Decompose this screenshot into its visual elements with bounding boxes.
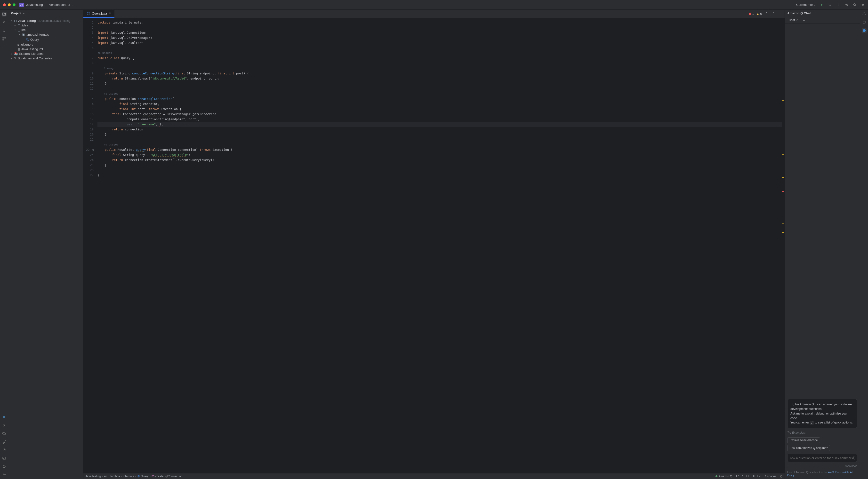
chat-input[interactable] (790, 456, 851, 460)
slash-key: / (810, 421, 814, 424)
database-tool-icon[interactable] (862, 20, 867, 25)
tab-filename: Query.java (92, 12, 107, 15)
svg-point-0 (829, 4, 831, 6)
svg-point-23 (863, 21, 865, 22)
terminal-tool-icon[interactable] (2, 456, 6, 460)
project-panel: Project ⌄ ▾ ▢ JavaTesting ~/Documents/Ja… (8, 10, 84, 479)
more-tools-icon[interactable] (2, 44, 6, 50)
caret-position[interactable]: 17:57 (736, 475, 743, 478)
editor-tab-query[interactable]: Ⓒ Query.java ✕ (84, 10, 115, 18)
tree-node-src[interactable]: ▾▢ src (9, 28, 82, 32)
run-config-label: Current File (796, 3, 813, 6)
editor-more-icon[interactable]: ⋮ (778, 12, 782, 16)
error-indicator[interactable]: 1 (749, 12, 754, 15)
aws-toolkit-icon[interactable] (2, 415, 6, 419)
svg-rect-15 (3, 416, 5, 418)
amazon-q-chat-panel: Amazon Q Chat Chat ✕ ＋ Hi, I'm Amazon Q.… (784, 10, 860, 479)
breadcrumb-item[interactable]: Query (141, 475, 149, 478)
next-highlight-icon[interactable]: ˅ (771, 12, 775, 16)
tree-node-package[interactable]: ▾▣ lambda.internals (9, 32, 82, 37)
tree-node-query[interactable]: Ⓒ Query (9, 37, 82, 42)
tree-label: External Libraries (19, 52, 43, 56)
project-selector[interactable]: JT JavaTesting ⌄ (20, 3, 46, 7)
chevron-right-icon: › (121, 475, 122, 478)
class-icon: Ⓒ (137, 474, 140, 478)
send-icon[interactable] (851, 456, 855, 460)
svg-marker-24 (863, 29, 866, 32)
tree-node-idea[interactable]: ▸▢ .idea (9, 23, 82, 28)
chat-tab-label: Chat (789, 19, 795, 22)
library-icon: 📚 (14, 52, 18, 56)
svg-point-13 (4, 47, 4, 47)
breadcrumb-item[interactable]: src (103, 475, 107, 478)
notifications-icon[interactable] (862, 12, 867, 17)
svg-point-20 (3, 475, 4, 476)
bookmarks-tool-icon[interactable] (2, 28, 6, 33)
services-tool-icon[interactable] (2, 423, 6, 427)
amazon-q-status[interactable]: Amazon Q (715, 475, 732, 478)
chevron-down-icon: ⌄ (814, 3, 816, 6)
tree-node-gitignore[interactable]: ⌀ .gitignore (9, 42, 82, 47)
amazon-q-tool-icon[interactable] (862, 28, 867, 33)
tree-root[interactable]: ▾ ▢ JavaTesting ~/Documents/JavaTesting (9, 19, 82, 23)
breadcrumb-item[interactable]: createSqlConnection (155, 475, 182, 478)
tree-label: .gitignore (20, 43, 33, 46)
structure-tool-icon[interactable] (2, 36, 6, 41)
right-tool-rail (860, 10, 868, 479)
close-icon[interactable]: ✕ (796, 19, 798, 22)
error-count: 1 (752, 12, 754, 15)
scratch-icon: ✎ (14, 57, 17, 60)
minimize-window-icon[interactable] (8, 3, 11, 6)
cloud-tool-icon[interactable] (2, 431, 6, 436)
tree-node-scratches[interactable]: ▸✎ Scratches and Consoles (9, 56, 82, 61)
debug-icon[interactable] (828, 3, 832, 7)
editor-tabbar: Ⓒ Query.java ✕ 1 ▲ 6 ˄ ˅ ⋮ (84, 10, 784, 18)
more-icon[interactable] (836, 3, 840, 7)
add-chat-tab-icon[interactable]: ＋ (802, 18, 805, 23)
svg-point-21 (5, 474, 6, 475)
warning-count: 6 (760, 12, 762, 15)
version-control-menu[interactable]: Version control ⌄ (49, 3, 73, 6)
close-icon[interactable]: ✕ (109, 12, 111, 15)
project-panel-header[interactable]: Project ⌄ (8, 10, 83, 17)
error-stripe[interactable] (782, 18, 784, 473)
tree-node-external-libs[interactable]: ▸📚 External Libraries (9, 52, 82, 56)
tree-label: Query (30, 38, 39, 41)
run-icon[interactable] (819, 3, 824, 7)
tree-label: lambda.internals (26, 33, 49, 36)
project-tool-icon[interactable] (2, 12, 6, 17)
project-badge-icon: JT (20, 3, 24, 7)
prev-highlight-icon[interactable]: ˄ (764, 12, 769, 16)
run-config-selector[interactable]: Current File ⌄ (796, 3, 816, 6)
problems-tool-icon[interactable] (2, 464, 6, 469)
line-ending[interactable]: LF (746, 475, 750, 478)
svg-point-4 (845, 4, 847, 5)
chat-input-container[interactable] (787, 454, 857, 462)
search-icon[interactable] (852, 3, 857, 7)
vcs-tool-icon[interactable] (2, 472, 6, 477)
warning-indicator[interactable]: ▲ 6 (756, 12, 762, 15)
build-tool-icon[interactable] (2, 439, 6, 444)
tree-node-iml[interactable]: ▤ JavaTesting.iml (9, 47, 82, 52)
breadcrumb-item[interactable]: JavaTesting (85, 475, 101, 478)
code-with-me-icon[interactable] (844, 3, 848, 7)
chat-tab[interactable]: Chat ✕ (787, 18, 800, 23)
breadcrumb-item[interactable]: internals (123, 475, 134, 478)
folder-icon: ▢ (18, 28, 20, 32)
file-encoding[interactable]: UTF-8 (753, 475, 761, 478)
amazon-q-label: Amazon Q (718, 475, 732, 478)
svg-point-14 (5, 47, 5, 47)
code-editor[interactable]: package lambda.internals; import java.sq… (96, 18, 782, 473)
readonly-lock-icon[interactable] (780, 475, 783, 478)
breadcrumb-item[interactable]: lambda (110, 475, 120, 478)
maximize-window-icon[interactable] (12, 3, 16, 6)
example-chip-help[interactable]: How can Amazon Q help me? (787, 445, 830, 451)
indent-setting[interactable]: 4 spaces (765, 475, 776, 478)
project-name-label: JavaTesting (26, 3, 43, 6)
line-number-gutter[interactable]: 12345678910111213141516171819202122 @232… (84, 18, 96, 473)
profiler-tool-icon[interactable] (2, 447, 6, 452)
example-chip-explain[interactable]: Explain selected code (787, 437, 820, 443)
commit-tool-icon[interactable] (2, 20, 6, 25)
close-window-icon[interactable] (3, 3, 6, 6)
settings-icon[interactable] (861, 3, 865, 7)
